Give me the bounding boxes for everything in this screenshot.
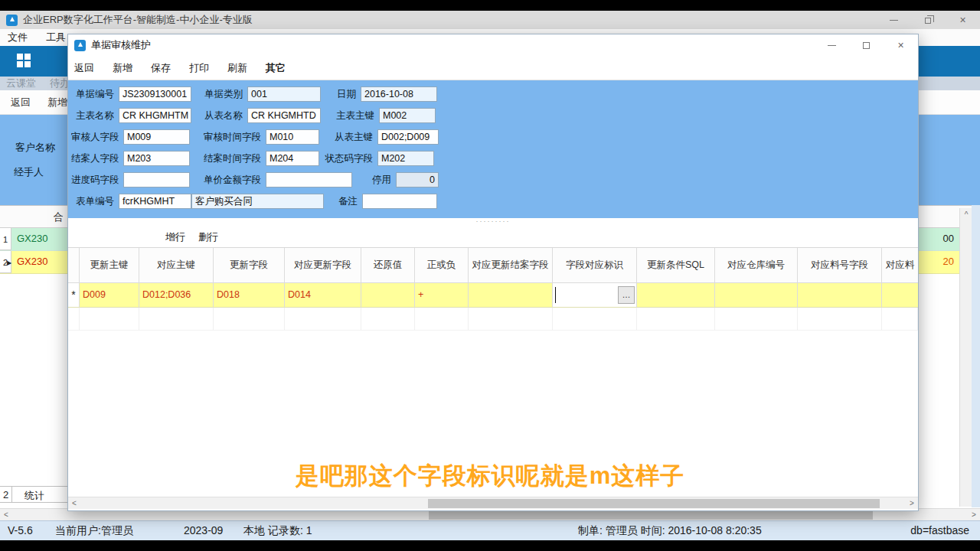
letterbox-bottom [0,540,980,551]
status-field[interactable]: M202 [377,151,434,166]
refresh-button[interactable]: 刷新 [227,61,247,75]
remark-label: 备注 [333,195,358,208]
dialog-title: 单据审核维护 [91,38,151,52]
grid-col-header[interactable]: 还原值 [361,248,415,283]
doc-no-label: 单据编号 [71,88,114,101]
doc-type-label: 单据类别 [198,88,243,101]
grid-cell[interactable]: D009 [80,283,139,308]
auditor-field[interactable]: M009 [123,129,190,145]
close-time-field-label: 结案时间字段 [198,152,261,165]
return-button[interactable]: 返回 [74,61,94,75]
grid-col-header[interactable]: 更新主键 [80,248,139,283]
print-button[interactable]: 打印 [189,61,209,75]
grid-col-header[interactable]: 更新条件SQL [637,248,715,283]
progress-field[interactable] [123,172,190,187]
scroll-right-icon[interactable]: > [968,509,980,521]
bg-new-button[interactable]: 新增 [47,96,67,109]
disabled-label: 停用 [365,174,391,187]
grid-cell[interactable] [715,283,798,308]
doc-no-field[interactable]: JS2309130001 [119,86,191,102]
dialog-hscroll-thumb[interactable] [428,499,880,508]
grid-col-header[interactable]: 对应更新结案字段 [469,248,553,283]
grid-toolbar: 增行 删行 [68,226,918,247]
record-count-label: 本地 记录数: 1 [243,524,312,538]
closer-field[interactable]: M203 [123,151,190,166]
grid-cell[interactable] [798,283,882,308]
splitter-handle[interactable]: ········· [68,218,918,226]
windows-grid-icon[interactable] [17,54,31,67]
disabled-field[interactable]: 0 [396,172,439,187]
menu-file[interactable]: 文件 [8,31,28,44]
form-no-label: 表单编号 [71,195,114,208]
grid-cell[interactable] [882,283,918,308]
other-menu-button[interactable]: 其它 [266,61,286,75]
grid-col-header[interactable]: 对应主键 [139,248,214,283]
ellipsis-lookup-button[interactable]: … [618,286,635,304]
dialog-close-button[interactable]: × [884,34,918,56]
contract-code: GX230 [17,256,47,267]
scroll-right-icon[interactable]: > [906,497,918,510]
tab-cloud-class[interactable]: 云课堂 [6,77,36,90]
grid-col-header[interactable]: 对应更新字段 [285,248,361,283]
grid-empty-row [68,308,918,331]
detail-table-label: 从表名称 [198,109,243,122]
row-number: 1 [0,228,11,250]
dialog-window-controls: × [815,34,918,56]
grid-cell[interactable] [637,283,715,308]
delete-row-button[interactable]: 删行 [198,230,218,244]
grid-cell[interactable]: D018 [214,283,285,308]
row-amount: 20 [943,256,954,267]
grid-data-row[interactable]: * D009 D012;D036 D018 D014 + … [68,283,918,308]
scroll-up-icon[interactable]: ^ [960,208,972,222]
main-window-title: 企业ERP数字化工作平台-智能制造-中小企业-专业版 [23,13,253,27]
close-time-field[interactable]: M204 [266,151,319,166]
current-user-label: 当前用户:管理员 [55,524,133,538]
bg-hscroll-thumb[interactable] [429,510,873,520]
new-button[interactable]: 新增 [113,61,132,75]
price-amount-field-label: 单价金额字段 [198,174,261,187]
master-table-field[interactable]: CR KHGMHTM [119,108,191,123]
menu-tools[interactable]: 工具 [46,31,66,44]
detail-key-field[interactable]: D002;D009 [377,129,439,145]
grid-col-header[interactable]: 字段对应标识 [553,248,637,283]
auditor-field-label: 审核人字段 [71,131,119,144]
close-button[interactable]: × [946,11,980,29]
grid-cell-editing[interactable]: … [553,283,637,308]
version-label: V-5.6 [8,524,33,536]
grid-col-header[interactable]: 正或负 [415,248,469,283]
dialog-horizontal-scrollbar[interactable]: < > [68,497,918,509]
main-titlebar: 企业ERP数字化工作平台-智能制造-中小企业-专业版 × [0,11,980,29]
save-button[interactable]: 保存 [151,61,171,75]
period-label: 2023-09 [184,524,223,536]
grid-col-header[interactable]: 更新字段 [214,248,285,283]
form-desc-field[interactable]: 客户购买合同 [191,194,324,209]
price-amount-field[interactable] [266,172,352,187]
minimize-button[interactable] [877,11,911,29]
db-label: db=fastbase [910,524,969,536]
grid-col-header[interactable]: 对应仓库编号 [715,248,798,283]
grid-col-header[interactable]: 对应料 [882,248,918,283]
scroll-left-icon[interactable]: < [68,497,80,510]
audit-time-field[interactable]: M010 [266,129,319,145]
text-caret [555,287,556,303]
restore-button[interactable] [911,11,946,29]
add-row-button[interactable]: 增行 [165,230,185,244]
grid-cell[interactable]: + [415,283,469,308]
grid-col-header[interactable]: 对应料号字段 [798,248,882,283]
date-field[interactable]: 2016-10-08 [361,86,437,102]
grid-cell[interactable]: D014 [285,283,361,308]
scroll-left-icon[interactable]: < [0,509,12,521]
form-no-field[interactable]: fcrKHGMHT [119,194,191,209]
remark-field[interactable] [362,194,437,209]
doc-type-field[interactable]: 001 [247,86,321,102]
row-amount: 00 [943,233,954,244]
dialog-minimize-button[interactable] [815,34,849,56]
grid-cell[interactable] [469,283,553,308]
bg-return-button[interactable]: 返回 [11,96,31,109]
master-key-field[interactable]: M002 [379,108,436,123]
grid-cell[interactable]: D012;D036 [139,283,214,308]
dialog-maximize-button[interactable] [849,34,884,56]
current-row-marker-icon: ▶ [7,259,11,266]
grid-cell[interactable] [361,283,415,308]
minimize-icon [828,45,836,46]
